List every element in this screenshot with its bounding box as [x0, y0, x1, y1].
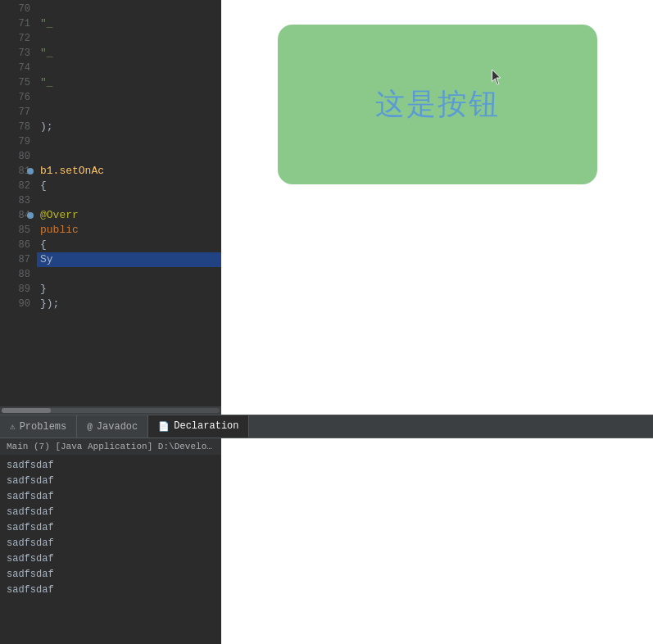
line-number: 87 [0, 252, 30, 267]
line-number: 85 [0, 223, 30, 238]
code-line: "_ [37, 46, 221, 61]
right-console-area [221, 438, 653, 644]
console-line: sadfsdaf [7, 505, 215, 520]
code-line [37, 2, 221, 16]
tab-icon: ⚠ [10, 421, 16, 432]
bottom-tabs: ⚠Problems@Javadoc📄Declaration [0, 415, 653, 438]
console-line: sadfsdaf [7, 536, 215, 551]
console-line: sadfsdaf [7, 583, 215, 598]
scrollbar-track [2, 408, 220, 413]
bottom-panel: ⚠Problems@Javadoc📄Declaration Main (7) [… [0, 415, 653, 644]
line-number: 84 [0, 208, 30, 223]
code-line: }); [37, 297, 221, 311]
code-line: public [37, 223, 221, 238]
tab-icon: @ [87, 422, 93, 432]
line-number: 76 [0, 90, 30, 105]
line-number: 71 [0, 16, 30, 31]
code-line [37, 267, 221, 282]
code-line [37, 90, 221, 105]
line-number: 83 [0, 193, 30, 208]
console-line: sadfsdaf [7, 489, 215, 505]
code-line: { [37, 179, 221, 193]
line-number: 78 [0, 120, 30, 134]
code-line: "_ [37, 16, 221, 31]
main-area: 7071727374757677787980818283848586878889… [0, 0, 653, 415]
code-line [37, 149, 221, 164]
code-line [37, 134, 221, 149]
code-line: "_ [37, 75, 221, 90]
line-number: 74 [0, 61, 30, 75]
line-number: 75 [0, 75, 30, 90]
code-line: { [37, 238, 221, 252]
tab-label: Javadoc [97, 421, 138, 433]
console-line: sadfsdaf [7, 458, 215, 474]
code-line [37, 105, 221, 120]
line-number: 89 [0, 282, 30, 297]
code-line [37, 31, 221, 46]
button-label: 这是按钮 [375, 84, 500, 125]
code-line: } [37, 282, 221, 297]
code-pane: 7071727374757677787980818283848586878889… [0, 0, 221, 415]
android-button[interactable]: 这是按钮 [278, 25, 597, 184]
bottom-content: Main (7) [Java Application] D:\Developer… [0, 438, 653, 644]
code-line: b1.setOnAc [37, 164, 221, 179]
tab-label: Declaration [174, 420, 238, 432]
console-header: Main (7) [Java Application] D:\Developer… [0, 438, 221, 455]
code-content: 7071727374757677787980818283848586878889… [0, 0, 221, 406]
bottom-tab-javadoc[interactable]: @Javadoc [77, 415, 148, 438]
line-number: 80 [0, 149, 30, 164]
line-number: 77 [0, 105, 30, 120]
console-line: sadfsdaf [7, 474, 215, 489]
line-number: 82 [0, 179, 30, 193]
line-number: 79 [0, 134, 30, 149]
preview-pane: 这是按钮 [221, 0, 653, 415]
code-scrollbar[interactable] [0, 406, 221, 415]
console-line: sadfsdaf [7, 520, 215, 536]
code-line: Sy [37, 252, 221, 267]
line-number: 81 [0, 164, 30, 179]
line-number: 90 [0, 297, 30, 311]
console-line: sadfsdaf [7, 551, 215, 567]
bottom-tab-declaration[interactable]: 📄Declaration [148, 415, 249, 438]
line-number: 88 [0, 267, 30, 282]
line-number: 72 [0, 31, 30, 46]
line-number: 86 [0, 238, 30, 252]
cursor-icon [492, 70, 503, 86]
line-number: 70 [0, 2, 30, 16]
console-line: sadfsdaf [7, 567, 215, 583]
console-pane: Main (7) [Java Application] D:\Developer… [0, 438, 221, 644]
code-lines: "_ "_ "_ ); b1.setOnAc { @Overr public {… [37, 0, 221, 406]
code-line: ); [37, 120, 221, 134]
code-line: @Overr [37, 208, 221, 223]
tab-label: Problems [20, 421, 67, 433]
scrollbar-thumb[interactable] [2, 408, 51, 413]
line-number: 73 [0, 46, 30, 61]
code-line [37, 61, 221, 75]
console-output: sadfsdafsadfsdafsadfsdafsadfsdafsadfsdaf… [0, 455, 221, 644]
tab-icon: 📄 [158, 421, 170, 432]
line-numbers: 7071727374757677787980818283848586878889… [0, 0, 37, 406]
bottom-tab-problems[interactable]: ⚠Problems [0, 415, 77, 438]
code-line [37, 193, 221, 208]
